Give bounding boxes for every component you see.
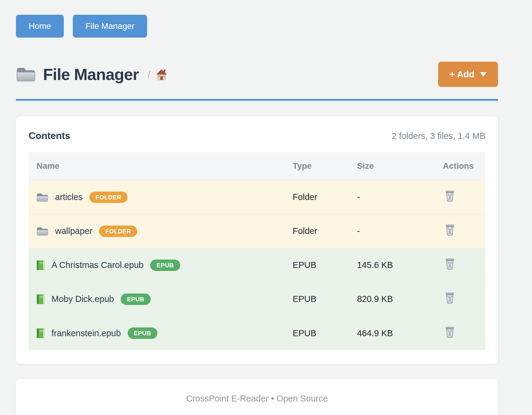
table-row: frankenstein.epub EPUB EPUB 464.9 KB (29, 316, 485, 350)
add-button[interactable]: + Add (438, 62, 498, 87)
title-group: File Manager / (16, 65, 168, 84)
page-title: File Manager (43, 65, 139, 84)
item-type: Folder (292, 180, 357, 214)
epub-badge: EPUB (121, 294, 151, 305)
epub-badge: EPUB (150, 260, 180, 271)
delete-button[interactable] (443, 190, 455, 202)
trash-icon (445, 190, 455, 202)
column-header-type: Type (292, 152, 357, 180)
contents-card: Contents 2 folders, 3 files, 1.4 MB Name… (16, 116, 498, 364)
breadcrumb-home-link[interactable] (155, 68, 168, 81)
epub-badge: EPUB (128, 327, 158, 339)
item-type: EPUB (292, 248, 357, 282)
folder-icon (36, 192, 48, 202)
item-name-link[interactable]: Moby Dick.epub (51, 294, 114, 304)
table-row: Moby Dick.epub EPUB EPUB 820.9 KB (29, 282, 485, 316)
folder-icon (16, 66, 36, 83)
folder-badge: FOLDER (99, 226, 137, 237)
item-type: Folder (292, 214, 357, 248)
item-name-link[interactable]: wallpaper (55, 226, 92, 236)
trash-icon (445, 258, 455, 270)
folder-icon (36, 226, 48, 236)
trash-icon (445, 224, 455, 236)
book-icon (36, 260, 45, 270)
contents-card-header: Contents 2 folders, 3 files, 1.4 MB (29, 130, 485, 141)
item-name-link[interactable]: A Christmas Carol.epub (51, 260, 144, 270)
item-size: 145.6 KB (357, 248, 443, 282)
trash-icon (445, 327, 455, 338)
top-nav: Home File Manager (16, 15, 498, 38)
delete-button[interactable] (443, 327, 455, 338)
delete-button[interactable] (443, 224, 455, 236)
book-icon (36, 328, 45, 338)
contents-summary: 2 folders, 3 files, 1.4 MB (392, 131, 485, 141)
accent-rule (16, 99, 498, 101)
table-header-row: Name Type Size Actions (29, 152, 485, 180)
item-size: - (357, 180, 443, 214)
caret-down-icon (480, 72, 487, 77)
delete-button[interactable] (443, 292, 455, 304)
column-header-actions: Actions (443, 152, 485, 180)
footer-text: CrossPoint E-Reader • Open Source (186, 394, 328, 404)
book-icon (36, 294, 45, 304)
item-type: EPUB (292, 316, 357, 350)
home-nav-button[interactable]: Home (16, 15, 64, 38)
table-row: A Christmas Carol.epub EPUB EPUB 145.6 K… (29, 248, 485, 282)
footer: CrossPoint E-Reader • Open Source (16, 379, 498, 415)
item-type: EPUB (292, 282, 357, 316)
item-size: - (357, 214, 443, 248)
file-manager-page: Home File Manager File Manager / + Add C… (0, 0, 532, 415)
folder-badge: FOLDER (89, 192, 128, 203)
item-name-link[interactable]: frankenstein.epub (51, 328, 121, 338)
files-table: Name Type Size Actions articles FOLDER F… (29, 152, 485, 350)
breadcrumb-separator: / (148, 69, 150, 80)
table-row: wallpaper FOLDER Folder - (29, 214, 485, 248)
item-size: 464.9 KB (357, 316, 443, 350)
contents-heading: Contents (29, 130, 70, 141)
page-header: File Manager / + Add (16, 62, 498, 87)
column-header-name: Name (29, 152, 292, 180)
column-header-size: Size (357, 152, 443, 180)
file-manager-nav-button[interactable]: File Manager (73, 15, 147, 38)
item-size: 820.9 KB (357, 282, 443, 316)
item-name-link[interactable]: articles (55, 192, 83, 202)
add-button-label: + Add (450, 69, 475, 79)
delete-button[interactable] (443, 258, 455, 270)
house-icon (155, 68, 168, 81)
trash-icon (445, 292, 455, 304)
table-row: articles FOLDER Folder - (29, 180, 485, 214)
